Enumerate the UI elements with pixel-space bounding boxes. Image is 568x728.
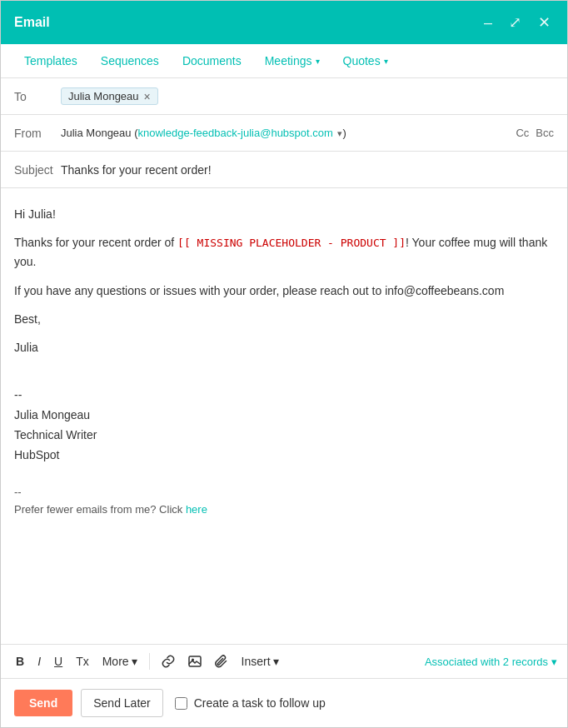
- more-chevron: ▾: [132, 655, 137, 668]
- body-order-line: Thanks for your recent order of [[ MISSI…: [14, 233, 554, 271]
- sig-divider-1: --: [14, 386, 554, 406]
- tab-documents[interactable]: Documents: [172, 44, 252, 77]
- email-body[interactable]: Hi Julia! Thanks for your recent order o…: [1, 188, 567, 644]
- nav-tabs: Templates Sequences Documents Meetings ▾…: [1, 44, 567, 78]
- more-button[interactable]: More ▾: [97, 651, 142, 671]
- to-row: To Julia Mongeau ×: [1, 78, 567, 115]
- to-recipient-name: Julia Mongeau: [68, 90, 139, 102]
- link-button[interactable]: [157, 651, 180, 671]
- minimize-button[interactable]: –: [481, 13, 496, 32]
- subject-field-content[interactable]: Thanks for your recent order!: [61, 163, 554, 177]
- insert-chevron: ▾: [273, 655, 279, 668]
- image-icon: [188, 655, 202, 668]
- image-button[interactable]: [183, 651, 207, 671]
- from-field-content: Julia Mongeau (knowledge-feedback-julia@…: [61, 127, 516, 139]
- body-closing: Best,: [14, 310, 554, 328]
- link-icon: [162, 655, 175, 668]
- bold-button[interactable]: B: [11, 651, 29, 671]
- bottom-bar: Send Send Later Create a task to follow …: [1, 679, 567, 727]
- tab-sequences[interactable]: Sequences: [91, 44, 169, 77]
- meetings-chevron: ▾: [316, 57, 320, 66]
- task-checkbox-row: Create a task to follow up: [175, 696, 326, 710]
- window-title: Email: [14, 15, 50, 30]
- signature-block: -- Julia Mongeau Technical Writer HubSpo…: [14, 386, 554, 465]
- task-checkbox-label[interactable]: Create a task to follow up: [194, 696, 326, 710]
- from-field-actions: Cc Bcc: [516, 127, 554, 139]
- window-header: Email – ⤢ ✕: [1, 1, 567, 44]
- subject-row: Subject Thanks for your recent order!: [1, 152, 567, 188]
- email-form: To Julia Mongeau × From Julia Mongeau (k…: [1, 78, 567, 727]
- expand-button[interactable]: ⤢: [506, 13, 525, 32]
- sig-company: HubSpot: [14, 446, 554, 466]
- send-button[interactable]: Send: [14, 690, 72, 716]
- from-label: From: [14, 127, 61, 140]
- bcc-button[interactable]: Bcc: [536, 127, 554, 139]
- attachment-icon: [215, 655, 228, 668]
- toolbar-divider-1: [149, 653, 150, 670]
- subject-label: Subject: [14, 163, 61, 177]
- body-greeting: Hi Julia!: [14, 205, 554, 223]
- subject-value: Thanks for your recent order!: [61, 163, 212, 177]
- email-footer: -- Prefer fewer emails from me? Click he…: [14, 484, 554, 519]
- from-email-link[interactable]: knowledge-feedback-julia@hubspot.com: [138, 127, 333, 139]
- unsubscribe-link[interactable]: here: [186, 503, 207, 516]
- associated-records-button[interactable]: Associated with 2 records ▾: [425, 656, 557, 668]
- to-recipient-remove[interactable]: ×: [144, 91, 151, 102]
- to-recipient-tag: Julia Mongeau ×: [61, 87, 158, 105]
- send-later-button[interactable]: Send Later: [81, 689, 163, 717]
- cc-button[interactable]: Cc: [516, 127, 529, 139]
- from-dropdown-chevron: ▾: [337, 128, 342, 138]
- close-button[interactable]: ✕: [535, 13, 554, 32]
- associated-chevron: ▾: [551, 656, 557, 668]
- to-label: To: [14, 90, 61, 103]
- to-field-content: Julia Mongeau ×: [61, 87, 554, 105]
- task-checkbox[interactable]: [175, 697, 187, 710]
- sig-name: Julia Mongeau: [14, 406, 554, 426]
- tab-quotes[interactable]: Quotes ▾: [333, 44, 398, 77]
- body-signature-name: Julia: [14, 338, 554, 357]
- from-name-text: Julia Mongeau (knowledge-feedback-julia@…: [61, 127, 346, 139]
- tab-templates[interactable]: Templates: [14, 44, 87, 77]
- strikethrough-button[interactable]: Tx: [71, 651, 94, 671]
- footer-divider: --: [14, 484, 554, 501]
- window-controls: – ⤢ ✕: [481, 13, 554, 32]
- tab-meetings[interactable]: Meetings ▾: [255, 44, 330, 77]
- insert-button[interactable]: Insert ▾: [237, 651, 284, 671]
- email-window: Email – ⤢ ✕ Templates Sequences Document…: [0, 0, 568, 728]
- from-row: From Julia Mongeau (knowledge-feedback-j…: [1, 115, 567, 152]
- body-contact-line: If you have any questions or issues with…: [14, 282, 554, 300]
- underline-button[interactable]: U: [49, 651, 67, 671]
- italic-button[interactable]: I: [32, 651, 46, 671]
- attachment-button[interactable]: [210, 651, 233, 671]
- sig-title: Technical Writer: [14, 426, 554, 446]
- footer-text-prefix: Prefer fewer emails from me? Click: [14, 503, 186, 516]
- quotes-chevron: ▾: [384, 57, 388, 66]
- formatting-toolbar: B I U Tx More ▾: [1, 644, 567, 679]
- missing-placeholder: [[ MISSING PLACEHOLDER - PRODUCT ]]: [177, 237, 406, 249]
